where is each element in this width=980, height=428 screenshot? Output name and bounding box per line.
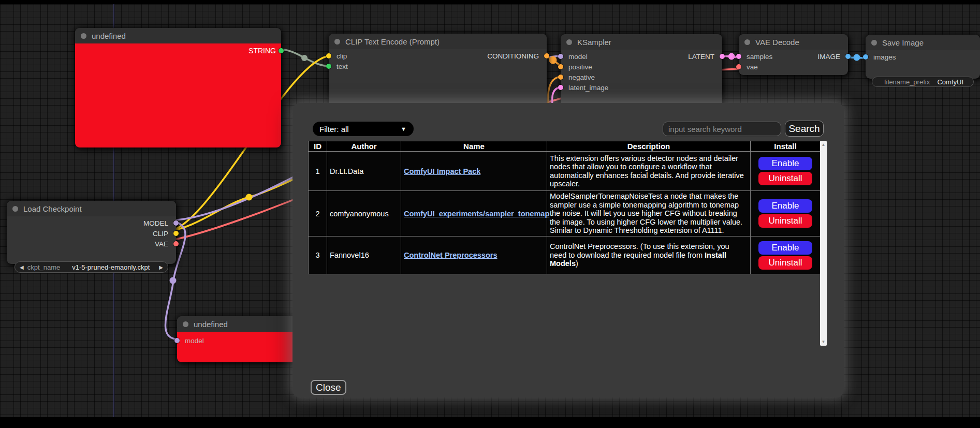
collapse-dot-icon[interactable] bbox=[871, 40, 877, 46]
table-row: 2 comfyanonymous ComfyUI_experiments/sam… bbox=[309, 191, 821, 237]
extension-link[interactable]: ComfyUI Impact Pack bbox=[404, 167, 480, 175]
cell-id: 3 bbox=[309, 237, 327, 274]
uninstall-button[interactable]: Uninstall bbox=[758, 256, 812, 270]
search-input[interactable] bbox=[663, 122, 781, 136]
link-dot-latent bbox=[728, 53, 735, 60]
conditioning-output-port[interactable] bbox=[544, 53, 549, 58]
filename-prefix-widget[interactable]: filename_prefix ComfyUI bbox=[872, 77, 974, 87]
output-label: LATENT bbox=[688, 53, 714, 61]
extension-table: ID Author Name Description Install 1 Dr.… bbox=[308, 141, 821, 274]
widget-value: ComfyUI bbox=[937, 78, 963, 86]
input-label: samples bbox=[747, 53, 772, 61]
filter-select[interactable]: Filter: all bbox=[313, 122, 414, 136]
node-ksampler[interactable]: KSampler model LATENT positive negative … bbox=[561, 34, 722, 112]
node-title-bar[interactable]: KSampler bbox=[561, 34, 722, 50]
model-output-port[interactable] bbox=[173, 220, 179, 226]
latent-output-port[interactable] bbox=[720, 54, 725, 59]
output-label: MODEL bbox=[143, 219, 168, 227]
output-label: CONDITIONING bbox=[487, 52, 539, 60]
text-input-port[interactable] bbox=[326, 64, 331, 69]
enable-button[interactable]: Enable bbox=[758, 241, 812, 255]
model-input-port[interactable] bbox=[174, 338, 180, 343]
table-header-row: ID Author Name Description Install bbox=[309, 141, 821, 152]
input-label: images bbox=[873, 53, 896, 61]
positive-input-port[interactable] bbox=[558, 64, 563, 69]
node-title: KSampler bbox=[577, 38, 611, 47]
collapse-dot-icon[interactable] bbox=[744, 39, 750, 45]
string-output-port[interactable] bbox=[279, 48, 284, 53]
extension-manager-dialog: Filter: all ▼ Search ID Author Name Desc… bbox=[292, 103, 844, 397]
uninstall-button[interactable]: Uninstall bbox=[758, 172, 812, 185]
samples-input-port[interactable] bbox=[736, 54, 741, 59]
collapse-dot-icon[interactable] bbox=[183, 321, 188, 327]
input-label: negative bbox=[568, 73, 595, 81]
collapse-dot-icon[interactable] bbox=[334, 39, 340, 45]
node-title-bar[interactable]: CLIP Text Encode (Prompt) bbox=[329, 34, 547, 49]
link-dot-string bbox=[301, 55, 308, 61]
node-load-checkpoint[interactable]: Load Checkpoint MODEL CLIP VAE ◀ ckpt_na… bbox=[7, 201, 176, 264]
node-title-bar[interactable]: Load Checkpoint bbox=[7, 201, 176, 216]
cell-author: Fannovel16 bbox=[327, 237, 401, 274]
vae-input-port[interactable] bbox=[736, 64, 741, 69]
latent-image-input-port[interactable] bbox=[558, 85, 563, 90]
input-label: vae bbox=[747, 63, 758, 71]
node-title-bar[interactable]: Save Image bbox=[866, 35, 980, 50]
input-label: latent_image bbox=[568, 84, 608, 92]
collapse-dot-icon[interactable] bbox=[12, 206, 18, 212]
decrement-arrow-icon[interactable]: ◀ bbox=[20, 264, 24, 270]
header-author: Author bbox=[327, 141, 401, 152]
collapse-dot-icon[interactable] bbox=[566, 39, 572, 45]
collapse-dot-icon[interactable] bbox=[81, 33, 86, 39]
scroll-down-icon[interactable]: ▼ bbox=[820, 340, 827, 344]
input-label: clip bbox=[337, 52, 347, 60]
node-undefined-top[interactable]: undefined STRING bbox=[75, 28, 281, 147]
increment-arrow-icon[interactable]: ▶ bbox=[159, 264, 163, 270]
widget-name: ckpt_name bbox=[27, 263, 61, 271]
node-title-bar[interactable]: VAE Decode bbox=[739, 34, 848, 50]
bottom-letterbox bbox=[0, 417, 980, 428]
top-letterbox bbox=[0, 0, 980, 4]
negative-input-port[interactable] bbox=[558, 75, 563, 80]
table-row: 1 Dr.Lt.Data ComfyUI Impact Pack This ex… bbox=[309, 152, 821, 191]
node-title: VAE Decode bbox=[755, 38, 799, 47]
table-scrollbar[interactable]: ▲ ▼ bbox=[820, 141, 827, 346]
enable-button[interactable]: Enable bbox=[758, 199, 812, 213]
clip-output-port[interactable] bbox=[173, 231, 179, 236]
header-install: Install bbox=[751, 141, 821, 152]
input-label: positive bbox=[568, 63, 592, 71]
images-input-port[interactable] bbox=[863, 54, 868, 60]
extension-table-container: ID Author Name Description Install 1 Dr.… bbox=[308, 141, 827, 346]
uninstall-button[interactable]: Uninstall bbox=[758, 214, 812, 228]
enable-button[interactable]: Enable bbox=[758, 157, 812, 170]
link-dot-conditioning bbox=[549, 56, 557, 64]
cell-author: Dr.Lt.Data bbox=[327, 152, 401, 191]
extension-link[interactable]: ComfyUI_experiments/sampler_tonemap bbox=[404, 210, 549, 218]
close-button[interactable]: Close bbox=[311, 380, 346, 395]
cell-description: This extension offers various detector n… bbox=[547, 152, 751, 191]
header-name: Name bbox=[401, 141, 547, 152]
node-clip-text-encode[interactable]: CLIP Text Encode (Prompt) clip CONDITION… bbox=[329, 34, 547, 106]
link-dot-model bbox=[170, 277, 177, 284]
widget-name: filename_prefix bbox=[884, 78, 930, 86]
comfyui-canvas[interactable]: undefined STRING CLIP Text Encode (Promp… bbox=[0, 0, 980, 428]
model-input-port[interactable] bbox=[558, 54, 563, 59]
vae-output-port[interactable] bbox=[173, 241, 179, 246]
node-title-bar[interactable]: undefined bbox=[75, 28, 281, 43]
node-vae-decode[interactable]: VAE Decode samples IMAGE vae bbox=[739, 34, 848, 75]
node-save-image[interactable]: Save Image images filename_prefix ComfyU… bbox=[866, 35, 980, 79]
link-dot-image bbox=[854, 54, 860, 61]
node-title: Save Image bbox=[882, 38, 924, 47]
cell-description: ModelSamplerTonemapNoiseTest a node that… bbox=[547, 191, 751, 237]
header-description: Description bbox=[547, 141, 751, 152]
output-string: STRING bbox=[248, 47, 276, 55]
input-label: model bbox=[185, 337, 204, 345]
search-button[interactable]: Search bbox=[785, 121, 824, 137]
link-dot-clip bbox=[246, 194, 253, 201]
image-output-port[interactable] bbox=[845, 54, 851, 59]
cell-id: 1 bbox=[309, 152, 327, 191]
ckpt-name-widget[interactable]: ◀ ckpt_name v1-5-pruned-emaonly.ckpt ▶ bbox=[14, 261, 168, 273]
extension-link[interactable]: ControlNet Preprocessors bbox=[404, 251, 498, 259]
output-label: CLIP bbox=[153, 230, 168, 238]
scroll-up-icon[interactable]: ▲ bbox=[820, 142, 827, 147]
clip-input-port[interactable] bbox=[326, 53, 331, 58]
